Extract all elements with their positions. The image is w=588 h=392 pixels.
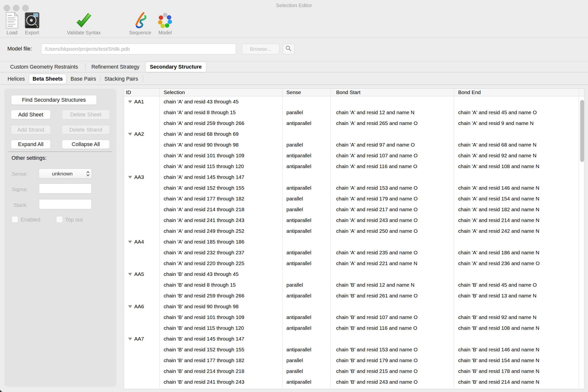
sense-cell[interactable]: parallel [282, 366, 331, 376]
selection-cell[interactable]: chain 'B' and resid 90 through 98 [160, 301, 282, 312]
bond-start-cell[interactable]: chain 'A' and resid 243 and name O [331, 215, 454, 226]
selection-cell[interactable]: chain 'B' and resid 115 through 120 [160, 323, 282, 334]
selection-cell[interactable]: chain 'A' and resid 177 through 182 [160, 193, 282, 204]
sense-cell[interactable]: antiparallel [282, 150, 331, 161]
sense-cell[interactable]: antiparallel [282, 323, 331, 334]
enabled-checkbox[interactable] [12, 216, 18, 223]
id-cell[interactable] [124, 344, 160, 355]
find-secondary-structures-button[interactable]: Find Secondary Structures [11, 95, 97, 105]
sigma-field[interactable] [39, 184, 92, 194]
selection-cell[interactable]: chain 'A' and resid 241 through 243 [160, 215, 282, 226]
id-cell[interactable] [124, 193, 160, 204]
selection-cell[interactable]: chain 'A' and resid 232 through 237 [160, 247, 282, 258]
id-cell[interactable]: AA4 [124, 236, 160, 247]
bond-end-cell[interactable]: chain 'B' and resid 13 and name N [454, 290, 579, 301]
bond-start-cell[interactable]: chain 'B' and resid 179 and name O [331, 355, 454, 366]
sense-cell[interactable]: antiparallel [282, 118, 331, 128]
table-row[interactable]: chain 'A' and resid 214 through 218 para… [124, 204, 584, 215]
bond-end-cell[interactable]: chain 'A' and resid 236 and name O [454, 258, 579, 269]
sense-cell[interactable] [282, 334, 331, 344]
disclosure-triangle-icon[interactable] [128, 240, 132, 243]
bond-start-cell[interactable]: chain 'B' and resid 107 and name O [331, 312, 454, 323]
id-cell[interactable] [124, 107, 160, 118]
selection-cell[interactable]: chain 'A' and resid 220 through 225 [160, 258, 282, 269]
id-cell[interactable] [124, 182, 160, 193]
table-row[interactable]: chain 'A' and resid 101 through 109 anti… [124, 150, 584, 161]
tab-refinement-strategy[interactable]: Refinement Strategy [92, 64, 140, 70]
bond-end-cell[interactable] [454, 96, 579, 107]
id-cell[interactable]: AA6 [124, 301, 160, 312]
bond-end-cell[interactable] [454, 269, 579, 280]
table-row[interactable]: chain 'A' and resid 232 through 237 anti… [124, 247, 584, 258]
sense-cell[interactable]: antiparallel [282, 226, 331, 236]
validate-syntax-button[interactable]: Validate Syntax [63, 12, 104, 36]
slack-field[interactable] [39, 199, 92, 209]
bond-end-cell[interactable] [454, 301, 579, 312]
bond-start-cell[interactable]: chain 'A' and resid 153 and name O [331, 182, 454, 193]
column-header-bond-start[interactable]: Bond Start [331, 89, 454, 96]
bond-start-cell[interactable] [331, 96, 454, 107]
sense-cell[interactable]: parallel [282, 193, 331, 204]
vertical-scrollbar-thumb[interactable] [580, 100, 584, 162]
tab-base-pairs[interactable]: Base Pairs [70, 76, 96, 82]
sense-cell[interactable]: antiparallel [282, 376, 331, 387]
search-button[interactable] [283, 44, 294, 54]
bond-start-cell[interactable] [331, 301, 454, 312]
load-button[interactable]: Load [4, 12, 20, 36]
sense-cell[interactable]: antiparallel [282, 215, 331, 226]
bond-start-cell[interactable] [331, 172, 454, 182]
selection-cell[interactable]: chain 'B' and resid 152 through 155 [160, 344, 282, 355]
model-file-input[interactable] [41, 44, 236, 54]
delete-sheet-button[interactable]: Delete Sheet [62, 110, 110, 119]
bond-start-cell[interactable]: chain 'A' and resid 221 and name N [331, 258, 454, 269]
table-row[interactable]: AA1 chain 'A' and resid 43 through 45 [124, 96, 584, 107]
id-cell[interactable] [124, 215, 160, 226]
id-cell[interactable] [124, 376, 160, 387]
bond-end-cell[interactable]: chain 'B' and resid 45 and name O [454, 280, 579, 290]
table-row[interactable]: chain 'B' and resid 8 through 15 paralle… [124, 280, 584, 290]
bond-start-cell[interactable]: chain 'A' and resid 217 and name O [331, 204, 454, 215]
id-cell[interactable] [124, 118, 160, 128]
disclosure-triangle-icon[interactable] [128, 176, 132, 178]
sense-dropdown[interactable]: unknown [39, 168, 92, 178]
bond-start-cell[interactable]: chain 'A' and resid 250 and name O [331, 226, 454, 236]
table-row[interactable]: AA2 chain 'A' and resid 68 through 69 [124, 128, 584, 140]
sense-cell[interactable]: antiparallel [282, 161, 331, 172]
id-cell[interactable] [124, 290, 160, 301]
sense-cell[interactable] [282, 236, 331, 247]
add-sheet-button[interactable]: Add Sheet [11, 110, 51, 119]
table-row[interactable]: chain 'B' and resid 259 through 266 anti… [124, 290, 584, 301]
table-row[interactable]: chain 'A' and resid 241 through 243 anti… [124, 215, 584, 226]
add-strand-button[interactable]: Add Strand [11, 125, 51, 134]
selection-cell[interactable]: chain 'A' and resid 185 through 186 [160, 236, 282, 247]
column-header-selection[interactable]: Selection [160, 89, 282, 96]
tab-secondary-structure[interactable]: Secondary Structure [145, 62, 206, 72]
sense-cell[interactable]: antiparallel [282, 344, 331, 355]
export-button[interactable]: Export [23, 12, 41, 36]
disclosure-triangle-icon[interactable] [128, 133, 132, 136]
column-header-sense[interactable]: Sense [282, 89, 331, 96]
bond-start-cell[interactable]: chain 'A' and resid 265 and name O [331, 118, 454, 128]
id-cell[interactable] [124, 140, 160, 150]
id-cell[interactable]: AA3 [124, 172, 160, 182]
id-cell[interactable] [124, 355, 160, 366]
tab-custom-geometry-restraints[interactable]: Custom Geometry Restraints [10, 64, 78, 70]
table-row[interactable]: AA6 chain 'B' and resid 90 through 98 [124, 301, 584, 312]
id-cell[interactable] [124, 280, 160, 290]
selection-cell[interactable]: chain 'B' and resid 145 through 147 [160, 334, 282, 344]
id-cell[interactable] [124, 150, 160, 161]
selection-cell[interactable]: chain 'A' and resid 259 through 266 [160, 118, 282, 128]
bond-start-cell[interactable] [331, 334, 454, 344]
id-cell[interactable] [124, 161, 160, 172]
sense-cell[interactable]: antiparallel [282, 312, 331, 323]
bond-start-cell[interactable]: chain 'A' and resid 107 and name O [331, 150, 454, 161]
bond-end-cell[interactable]: chain 'A' and resid 242 and name N [454, 226, 579, 236]
tab-stacking-pairs[interactable]: Stacking Pairs [104, 76, 138, 82]
id-cell[interactable] [124, 247, 160, 258]
sense-cell[interactable] [282, 172, 331, 182]
bond-start-cell[interactable]: chain 'B' and resid 243 and name O [331, 376, 454, 387]
id-cell[interactable] [124, 366, 160, 376]
id-cell[interactable] [124, 323, 160, 334]
table-row[interactable]: chain 'A' and resid 259 through 266 anti… [124, 118, 584, 128]
id-cell[interactable]: AA7 [124, 334, 160, 344]
